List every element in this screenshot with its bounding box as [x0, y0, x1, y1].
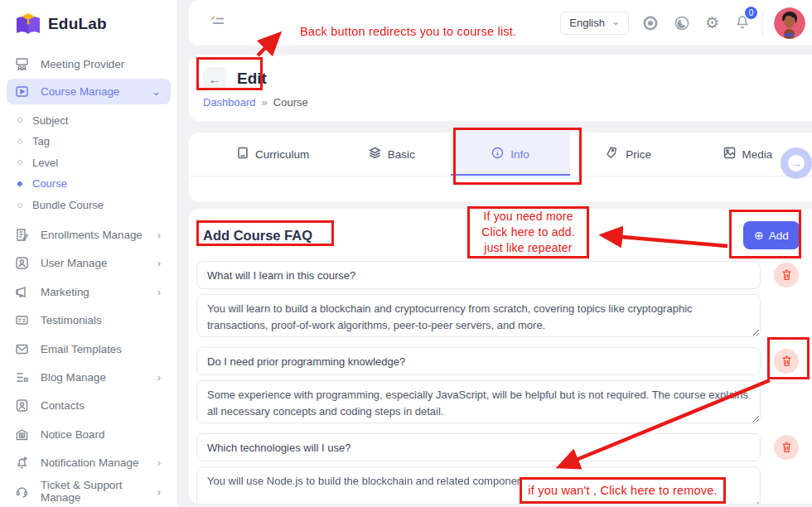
trash-icon — [781, 269, 792, 281]
gear-icon[interactable]: ⚙ — [705, 15, 719, 31]
sidebar-item-label: Notice Board — [41, 428, 104, 441]
email-icon — [15, 342, 29, 356]
tab-label: Info — [510, 148, 529, 161]
arrow-right-icon: → — [788, 155, 805, 171]
sidebar-item-label: Enrollments Manage — [41, 229, 143, 241]
bullet-icon — [17, 118, 22, 123]
sidebar-item-label: Blog Manage — [41, 371, 106, 384]
sidebar-item-label: Contacts — [41, 399, 85, 412]
tab-label: Media — [742, 148, 773, 161]
faq-row: You will use Node.js to build the blockc… — [196, 433, 800, 504]
sidebar-subitem-bundle-course[interactable]: Bundle Course — [0, 195, 177, 216]
page-head: ← Edit Dashboard » Course — [189, 55, 812, 121]
faq-question-input-2[interactable] — [196, 347, 761, 375]
app-logo: EduLab — [0, 0, 177, 36]
dark-mode-moon-icon[interactable] — [674, 15, 690, 31]
app-root: EduLab Meeting Provider — [0, 0, 812, 507]
price-tag-icon — [607, 147, 619, 162]
marketing-icon — [15, 285, 29, 299]
breadcrumb-dashboard[interactable]: Dashboard — [203, 96, 256, 109]
sidebar-item-user-manage[interactable]: User Manage › — [0, 249, 177, 278]
main-area: English ⌄ ⚙ — [178, 0, 812, 507]
breadcrumb: Dashboard » Course — [203, 96, 812, 109]
remove-faq-button-2[interactable] — [774, 349, 799, 374]
bullet-icon — [17, 203, 22, 208]
plus-circle-icon: ⊕ — [754, 229, 764, 242]
tabs-scroll-right-button[interactable]: → — [781, 147, 812, 179]
sidebar-item-testimonials[interactable]: Testimonials — [0, 307, 177, 335]
tab-info[interactable]: Info — [451, 133, 569, 176]
bullet-icon — [17, 160, 22, 165]
sidebar-item-notice-board[interactable]: Notice Board — [0, 420, 177, 448]
subitem-label: Subject — [32, 114, 68, 127]
faq-question-input-1[interactable] — [196, 261, 761, 289]
sidebar-item-blog-manage[interactable]: Blog Manage › — [0, 363, 177, 391]
user-avatar[interactable] — [774, 7, 805, 39]
tab-basic[interactable]: Basic — [332, 133, 451, 176]
add-button-label: Add — [769, 229, 789, 242]
sidebar-subitem-subject[interactable]: Subject — [0, 109, 177, 131]
header-divider — [762, 11, 763, 36]
tab-price[interactable]: Price — [570, 133, 689, 176]
chevron-right-icon: › — [157, 485, 177, 498]
faq-answer-textarea-1[interactable]: You will learn to build a blockchain and… — [196, 294, 761, 337]
back-button[interactable]: ← — [203, 67, 226, 90]
blog-icon — [15, 370, 29, 384]
sidebar-item-notification-manage[interactable]: Notification Manage › — [0, 448, 177, 476]
chevron-right-icon: › — [157, 257, 177, 269]
visibility-icon[interactable] — [642, 15, 659, 31]
sidebar-item-label: Ticket & Support Manage — [41, 479, 157, 504]
sidebar-item-label: Marketing — [41, 286, 89, 298]
notifications-bell[interactable]: 0 — [734, 12, 751, 33]
subitem-label: Level — [32, 157, 58, 169]
sidebar-subitem-tag[interactable]: Tag — [0, 131, 177, 152]
sidebar-item-label: User Manage — [41, 257, 107, 269]
edulab-logo-icon — [14, 12, 42, 36]
faq-row: Some experience with programming, especi… — [196, 347, 800, 423]
faq-question-input-3[interactable] — [196, 433, 761, 461]
language-selector[interactable]: English ⌄ — [560, 12, 629, 35]
faq-answer-textarea-2[interactable]: Some experience with programming, especi… — [196, 380, 761, 423]
sidebar-item-label: Testimonials — [41, 314, 102, 326]
sidebar-item-marketing[interactable]: Marketing › — [0, 278, 177, 306]
tab-label: Price — [626, 148, 651, 161]
course-manage-submenu: Subject Tag Level Course Bundle Course — [0, 109, 177, 215]
tab-bar: Curriculum Basic I — [189, 133, 812, 176]
sidebar-item-label: Meeting Provider — [41, 58, 124, 70]
user-manage-icon — [15, 256, 29, 270]
remove-faq-button-1[interactable] — [774, 263, 799, 287]
top-bar: English ⌄ ⚙ — [189, 0, 812, 46]
breadcrumb-separator: » — [262, 96, 268, 109]
sidebar-item-ticket-support[interactable]: Ticket & Support Manage › — [0, 477, 177, 505]
bullet-icon — [17, 181, 22, 186]
trash-icon — [781, 355, 792, 367]
page-title: Edit — [237, 70, 267, 88]
testimonials-icon — [15, 313, 29, 327]
remove-faq-button-3[interactable] — [774, 435, 799, 460]
enrollments-icon — [15, 228, 29, 242]
bullet-icon — [17, 139, 22, 144]
faq-card: Add Course FAQ ⊕ Add You will learn to b… — [189, 209, 812, 504]
add-faq-button[interactable]: ⊕ Add — [743, 221, 800, 249]
subitem-label: Course — [32, 177, 67, 190]
sidebar-item-label: Notification Manage — [41, 456, 138, 469]
subitem-label: Bundle Course — [32, 199, 104, 211]
contacts-icon — [15, 398, 29, 413]
sidebar-subitem-level[interactable]: Level — [0, 152, 177, 174]
sidebar-item-enrollments-manage[interactable]: Enrollments Manage › — [0, 220, 177, 249]
chevron-right-icon: › — [157, 229, 177, 241]
sidebar-item-email-templates[interactable]: Email Templates — [0, 335, 177, 363]
info-icon — [491, 147, 504, 162]
sidebar-subitem-course[interactable]: Course — [0, 173, 177, 195]
course-manage-icon — [15, 84, 29, 99]
sidebar-item-course-manage[interactable]: Course Manage ⌄ — [7, 79, 171, 104]
tab-label: Basic — [388, 148, 415, 161]
sidebar-item-meeting-provider[interactable]: Meeting Provider — [0, 50, 177, 78]
section-title: Add Course FAQ — [203, 228, 312, 244]
tab-curriculum[interactable]: Curriculum — [214, 133, 332, 176]
sidebar-item-contacts[interactable]: Contacts — [0, 392, 177, 420]
faq-row: You will learn to build a blockchain and… — [196, 261, 800, 337]
faq-answer-textarea-3[interactable]: You will use Node.js to build the blockc… — [196, 466, 761, 504]
sidebar-collapse-icon[interactable] — [210, 15, 226, 31]
chevron-right-icon: › — [157, 371, 177, 384]
